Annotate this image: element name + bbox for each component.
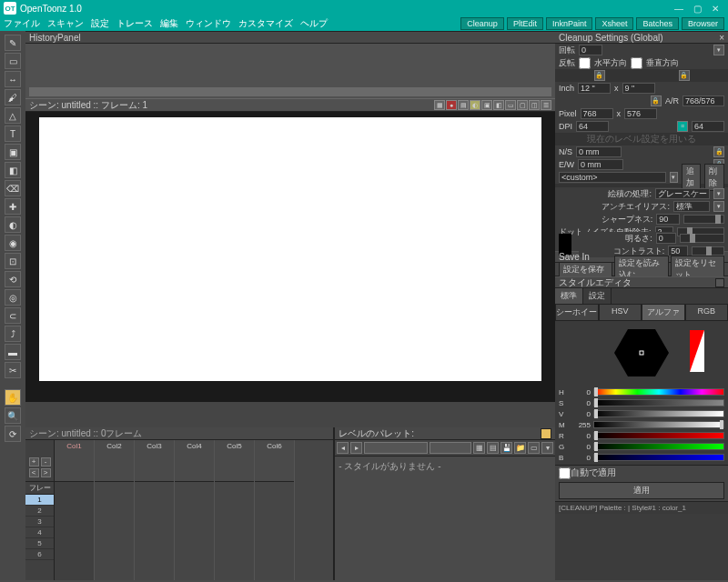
mode-batches[interactable]: Batches [636,17,679,30]
styleed-mode-wheel[interactable]: シーホイー [555,304,599,321]
pixel-h-input[interactable] [624,108,657,119]
menu-edit[interactable]: 編集 [160,17,178,30]
menu-window[interactable]: ウィンドウ [186,17,231,30]
viewport[interactable] [25,112,555,402]
tool-rotate[interactable]: ⟳ [5,426,21,442]
xsheet-col-3[interactable]: Col3 [135,440,174,482]
pixel-w-input[interactable] [581,108,613,119]
xsheet-frame-4[interactable]: 4 [25,527,54,538]
xsheet-frame-3[interactable]: 3 [25,517,54,527]
flip-h-check[interactable] [579,57,591,69]
styleed-tab-standard[interactable]: 標準 [555,288,583,304]
lock-width-icon[interactable]: 🔒 [594,70,605,81]
palette-tool-page[interactable]: ▤ [487,442,499,454]
sharpness-slider[interactable] [683,215,724,224]
ch-h-slider[interactable] [593,388,724,396]
styleed-mode-hsv[interactable]: HSV [599,304,642,321]
xsheet-add-frame[interactable]: + [29,457,39,467]
brightness-slider[interactable] [680,234,724,243]
xsheet-prev[interactable]: < [29,468,39,477]
menu-settings[interactable]: 設定 [91,17,109,30]
ch-v-slider[interactable] [593,410,724,417]
history-scrollbar[interactable] [29,87,551,96]
styleed-tab-settings[interactable]: 設定 [583,288,612,304]
tool-zoom[interactable]: 🔍 [5,407,21,424]
mode-inknpaint[interactable]: InknPaint [546,17,593,30]
mode-browser[interactable]: Browser [682,17,724,30]
menu-customize[interactable]: カスタマイズ [238,17,293,30]
tool-move[interactable]: ↔ [5,71,21,87]
tool-hand[interactable]: ✋ [5,389,21,406]
menu-file[interactable]: ファイル [4,17,40,30]
viewer-icon-1[interactable]: ▦ [434,100,445,110]
dpi-input[interactable] [576,121,609,132]
dpi-input-2[interactable] [692,121,724,132]
ch-s-slider[interactable] [593,399,724,406]
viewer-icon-4[interactable]: ◐ [470,100,480,110]
inch-w-input[interactable] [578,83,611,94]
mode-xsheet[interactable]: Xsheet [595,17,633,30]
viewer-icon-5[interactable]: ▣ [481,100,492,110]
tool-cutter[interactable]: ✂ [5,362,21,378]
viewer-icon-2[interactable]: ● [446,100,457,110]
window-close[interactable]: ✕ [706,4,724,14]
antialias-dropdown[interactable]: ▾ [713,201,724,212]
palette-tool-new[interactable]: ▦ [473,442,485,454]
ch-m-slider[interactable] [593,421,724,428]
viewer-icon-9[interactable]: ◫ [529,100,540,110]
styleeditor-dropdown[interactable] [715,278,724,287]
color-hexagon-area[interactable] [555,321,728,385]
menu-scan[interactable]: スキャン [47,17,84,30]
styleed-mode-alpha[interactable]: アルファ [642,304,685,321]
apply-button[interactable]: 適用 [559,482,724,499]
tool-pump[interactable]: ◎ [5,289,21,306]
custom-preset-select[interactable] [559,172,666,183]
xsheet-frame-2[interactable]: 2 [25,506,54,517]
cleanup-close-icon[interactable]: × [719,33,724,43]
menu-trace[interactable]: トレース [116,17,153,30]
xsheet-col-2[interactable]: Col2 [95,440,134,482]
save-settings-button[interactable]: 設定を保存 [559,262,612,277]
xsheet-next[interactable]: > [41,468,51,477]
antialias-select[interactable] [673,201,710,212]
tool-eraser[interactable]: ⌫ [5,180,21,196]
lock-height-icon[interactable]: 🔒 [679,70,690,81]
ch-b-slider[interactable] [593,454,724,461]
viewer-icon-3[interactable]: ▤ [458,100,469,110]
sharpness-input[interactable] [656,214,680,225]
tool-paint[interactable]: ◧ [5,162,21,178]
xsheet-frame-6[interactable]: 6 [25,549,54,560]
menu-help[interactable]: ヘルプ [300,17,328,30]
window-minimize[interactable]: — [670,4,688,14]
brightness-input[interactable] [656,233,676,244]
tool-brush[interactable]: 🖌 [5,89,21,105]
tool-edit[interactable]: ✎ [5,35,21,51]
custom-dropdown[interactable]: ▾ [670,172,678,183]
tool-control[interactable]: ⊡ [5,253,21,269]
window-maximize[interactable]: ▢ [688,4,706,14]
viewer-icon-10[interactable]: ☰ [541,100,551,110]
styleed-mode-rgb[interactable]: RGB [685,304,729,321]
line-dropdown[interactable]: ▾ [713,188,724,199]
preset-remove-button[interactable]: 削除 [704,164,724,191]
tool-magnet[interactable]: ⊂ [5,307,21,324]
ch-g-slider[interactable] [593,443,724,450]
palette-tool-1[interactable]: ◂ [337,442,349,454]
palette-lock-icon[interactable] [541,428,551,439]
tool-rgb[interactable]: ◉ [5,235,21,251]
preset-add-button[interactable]: 追加 [682,164,702,191]
ar-input[interactable] [682,95,724,106]
tool-tape[interactable]: ✚ [5,198,21,215]
mode-cleanup[interactable]: Cleanup [460,17,504,30]
contrast-slider[interactable] [692,246,724,256]
line-proc-select[interactable] [655,188,710,199]
xsheet-frame-1[interactable]: 1 [25,495,54,506]
ar-lock-icon[interactable]: 🔒 [651,95,662,106]
palette-tool-more[interactable]: ▾ [541,442,553,454]
xsheet-col-6[interactable]: Col6 [255,440,294,482]
tool-select[interactable]: ▭ [5,53,21,69]
palette-name-field[interactable] [364,442,428,454]
xsheet-col-4[interactable]: Col4 [175,440,214,482]
viewer-icon-8[interactable]: ▢ [517,100,528,110]
xsheet-remove-frame[interactable]: - [41,457,51,467]
